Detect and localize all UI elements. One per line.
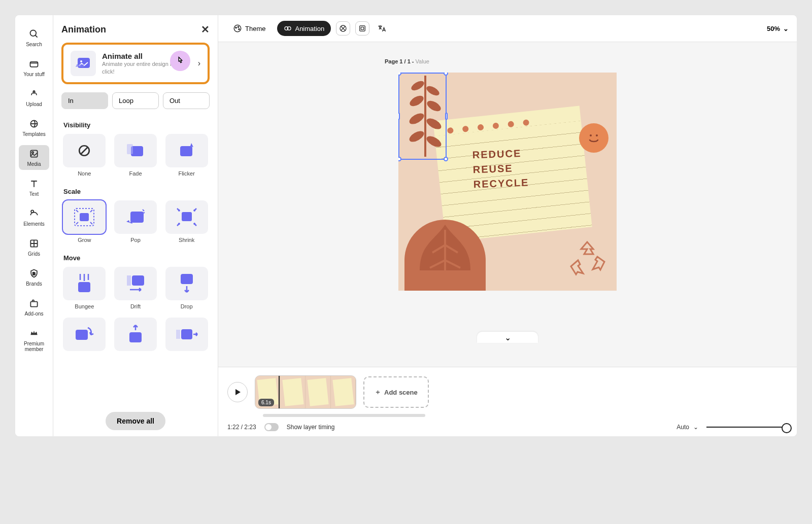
auto-select[interactable]: Auto ⌄ — [676, 424, 698, 431]
rail-premium[interactable]: Premium member — [19, 325, 49, 355]
animation-button[interactable]: Animation — [277, 21, 331, 36]
preset-label: None — [78, 170, 91, 177]
rail-brands[interactable]: B Brands — [19, 265, 49, 290]
svg-rect-25 — [181, 274, 193, 284]
preset-extra-2-icon — [114, 318, 157, 351]
preset-shrink[interactable]: Shrink — [163, 200, 210, 243]
preset-label: Bungee — [75, 303, 94, 309]
preset-grow[interactable]: Grow — [61, 200, 108, 243]
rail-grids[interactable]: Grids — [19, 235, 49, 260]
preset-drift[interactable]: Drift — [113, 267, 159, 309]
section-move: Move — [63, 254, 210, 262]
rail-elements[interactable]: Elements — [19, 205, 49, 230]
preset-none-icon — [63, 134, 106, 167]
play-button[interactable] — [227, 382, 248, 402]
svg-rect-26 — [76, 330, 88, 340]
rail-label: Text — [29, 191, 39, 197]
artboard[interactable]: REDUCE REUSE RECYCLE — [398, 73, 617, 291]
preset-extra-3[interactable] — [163, 318, 210, 351]
page-number: Page 1 / 1 - — [385, 58, 414, 64]
art-dots — [447, 119, 529, 134]
selection-box[interactable] — [398, 73, 447, 160]
svg-point-33 — [239, 28, 240, 29]
preset-fade[interactable]: Fade — [113, 134, 159, 177]
svg-line-1 — [36, 36, 38, 38]
rail-your-stuff[interactable]: Your stuff — [19, 55, 49, 80]
svg-rect-27 — [129, 332, 142, 342]
rail-text[interactable]: Text — [19, 175, 49, 200]
preset-extra-2[interactable] — [113, 318, 159, 351]
scrub-bar[interactable] — [263, 414, 425, 417]
panel-header: Animation ✕ — [61, 23, 210, 36]
svg-point-39 — [590, 134, 592, 136]
theme-button[interactable]: Theme — [226, 20, 272, 37]
add-scene-button[interactable]: ＋ Add scene — [363, 376, 429, 408]
close-icon[interactable]: ✕ — [201, 23, 210, 36]
page-indicator: Page 1 / 1 - Value — [385, 58, 429, 64]
tab-in[interactable]: In — [61, 92, 108, 109]
timeline-zoom-slider[interactable] — [706, 427, 788, 428]
canvas[interactable]: Page 1 / 1 - Value REDUCE REUSE RECYCLE — [218, 42, 797, 367]
layer-timing-toggle[interactable] — [264, 423, 279, 431]
remove-all-button[interactable]: Remove all — [106, 412, 165, 430]
rail-upload[interactable]: Upload — [19, 85, 49, 110]
preset-extra-1[interactable] — [61, 318, 108, 351]
preset-grow-icon — [63, 200, 106, 234]
animate-all-icon: ABC — [71, 51, 96, 76]
search-icon — [28, 28, 40, 40]
rail-label: Grids — [28, 251, 40, 257]
rail-label: Upload — [26, 101, 42, 107]
move-presets-row2 — [61, 318, 210, 351]
svg-rect-22 — [78, 282, 90, 292]
scene-thumbnail[interactable]: 6.1s — [255, 375, 356, 409]
svg-rect-20 — [130, 212, 144, 223]
zoom-control[interactable]: 50% ⌄ — [767, 25, 789, 32]
animate-all-card[interactable]: ABC Animate all Animate your entire desi… — [61, 43, 210, 84]
toolbar-icon-1[interactable] — [336, 21, 350, 36]
animation-icon — [284, 24, 292, 32]
preset-pop-icon — [114, 200, 157, 234]
playhead[interactable] — [279, 375, 280, 409]
rail-search[interactable]: Search — [19, 25, 49, 50]
chevron-down-icon: ⌄ — [783, 25, 789, 32]
preset-shrink-icon — [165, 200, 208, 234]
rail-label: Premium member — [19, 341, 49, 352]
svg-point-32 — [238, 26, 239, 27]
preset-bungee-icon — [63, 267, 106, 300]
preset-extra-1-icon — [63, 318, 106, 351]
svg-line-14 — [81, 148, 88, 154]
rail-addons[interactable]: Add-ons — [19, 295, 49, 320]
text-icon — [28, 178, 40, 189]
upload-icon — [28, 88, 40, 99]
svg-rect-37 — [360, 26, 365, 31]
preset-drop[interactable]: Drop — [163, 267, 210, 309]
rail-templates[interactable]: Templates — [19, 115, 49, 140]
svg-rect-16 — [127, 144, 133, 154]
tab-loop[interactable]: Loop — [112, 92, 159, 109]
translate-icon[interactable] — [375, 21, 389, 36]
preset-pop[interactable]: Pop — [113, 200, 159, 243]
animation-phase-tabs: In Loop Out — [61, 92, 210, 109]
palette-icon — [233, 24, 242, 33]
preset-label: Grow — [78, 237, 91, 243]
elements-icon — [28, 208, 40, 219]
rail-label: Brands — [26, 281, 42, 287]
preset-label: Drop — [181, 303, 193, 309]
svg-point-40 — [596, 134, 598, 136]
rail-label: Your stuff — [23, 72, 45, 77]
tab-out[interactable]: Out — [163, 92, 210, 109]
preset-bungee[interactable]: Bungee — [61, 267, 108, 309]
chevron-down-icon: ⌄ — [504, 333, 511, 342]
app-frame: Search Your stuff Upload Templates Media… — [15, 15, 797, 436]
rail-label: Search — [26, 42, 42, 47]
rail-media[interactable]: Media — [19, 145, 49, 170]
time-display: 1:22 / 2:23 — [227, 424, 256, 431]
preset-label: Flicker — [178, 170, 194, 177]
svg-point-30 — [234, 25, 241, 32]
rail-label: Media — [27, 161, 41, 167]
timeline-collapse[interactable]: ⌄ — [477, 332, 538, 343]
preset-none[interactable]: None — [61, 134, 108, 177]
addons-icon — [28, 298, 40, 309]
preset-flicker[interactable]: Flicker — [163, 134, 210, 177]
toolbar-icon-2[interactable] — [355, 21, 369, 36]
